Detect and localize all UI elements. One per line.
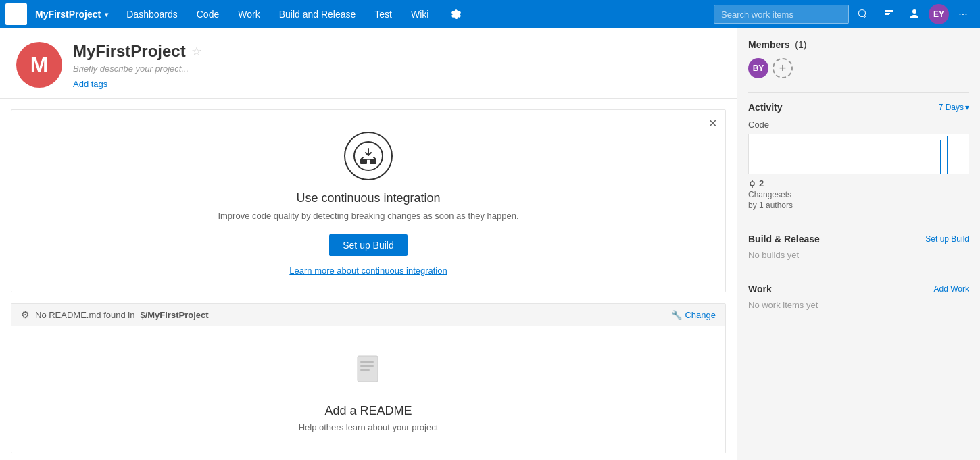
add-tags-link[interactable]: Add tags: [73, 79, 107, 89]
readme-title: Add a README: [324, 404, 412, 418]
section-divider-2: [748, 224, 969, 224]
project-title-row: MyFirstProject ☆: [73, 42, 720, 61]
right-sidebar: Members (1) BY + Activity 7 Days ▾: [737, 28, 980, 460]
commit-icon: [748, 180, 756, 188]
setup-build-button[interactable]: Set up Build: [329, 234, 408, 256]
activity-chart: [748, 134, 969, 174]
activity-stats: 2: [748, 178, 969, 188]
members-section: Members (1) BY +: [748, 39, 969, 78]
activity-period-selector[interactable]: 7 Days ▾: [939, 103, 969, 112]
work-title: Work: [748, 284, 772, 295]
change-repo-link[interactable]: 🔧 Change: [671, 310, 716, 320]
repo-icon: ⚙: [21, 309, 30, 320]
build-release-title: Build & Release: [748, 234, 820, 245]
nav-menu: Dashboards Code Work Build and Release T…: [117, 0, 714, 28]
left-content: M MyFirstProject ☆ Briefly describe your…: [0, 28, 737, 460]
members-row: BY +: [748, 58, 969, 78]
nav-item-build-release[interactable]: Build and Release: [270, 0, 366, 28]
user-avatar[interactable]: EY: [929, 4, 949, 24]
readme-document-icon: [352, 353, 385, 393]
ci-icon: [344, 132, 393, 180]
project-avatar: M: [16, 42, 62, 88]
readme-content: Add a README Help others learn about you…: [11, 326, 725, 453]
no-builds-label: No builds yet: [748, 250, 969, 260]
nav-right-actions: EY ···: [714, 3, 975, 26]
readme-bar-left: ⚙ No README.md found in $/MyFirstProject: [21, 309, 209, 320]
readme-panel: ⚙ No README.md found in $/MyFirstProject…: [11, 303, 726, 453]
favorite-star-icon[interactable]: ☆: [191, 44, 202, 59]
nav-item-wiki[interactable]: Wiki: [401, 0, 438, 28]
activity-code-label: Code: [748, 120, 969, 130]
account-icon[interactable]: [903, 3, 926, 26]
ci-title: Use continuous integration: [296, 191, 440, 205]
repo-name: $/MyFirstProject: [140, 310, 208, 320]
authors-label: by 1 authors: [748, 201, 969, 210]
top-navigation: MyFirstProject ▾ Dashboards Code Work Bu…: [0, 0, 980, 28]
main-layout: M MyFirstProject ☆ Briefly describe your…: [0, 28, 980, 460]
ci-panel: ✕ Use continuous integration Improve cod…: [11, 109, 726, 292]
nav-item-test[interactable]: Test: [365, 0, 401, 28]
work-header: Work Add Work: [748, 284, 969, 295]
build-release-section: Build & Release Set up Build No builds y…: [748, 234, 969, 260]
svg-rect-3: [358, 356, 378, 382]
section-divider-3: [748, 274, 969, 274]
activity-section: Activity 7 Days ▾ Code 2 Chan: [748, 102, 969, 210]
more-options-icon[interactable]: ···: [952, 3, 975, 26]
project-selector-label: MyFirstProject: [35, 9, 101, 20]
nav-item-work[interactable]: Work: [228, 0, 269, 28]
chevron-down-icon: ▾: [105, 11, 108, 18]
close-icon[interactable]: ✕: [708, 117, 717, 130]
members-header: Members (1): [748, 39, 969, 50]
project-header: M MyFirstProject ☆ Briefly describe your…: [0, 28, 737, 99]
project-title: MyFirstProject: [73, 42, 186, 61]
project-info: MyFirstProject ☆ Briefly describe your p…: [73, 42, 720, 90]
learn-more-link[interactable]: Learn more about continuous integration: [289, 265, 447, 276]
project-selector[interactable]: MyFirstProject ▾: [30, 0, 114, 28]
svg-rect-4: [360, 361, 374, 363]
activity-title: Activity: [748, 102, 783, 113]
readme-description: Help others learn about your project: [299, 422, 439, 432]
no-readme-msg: No README.md found in: [35, 310, 134, 320]
app-logo[interactable]: [5, 3, 27, 25]
nav-item-code[interactable]: Code: [187, 0, 228, 28]
svg-rect-5: [360, 365, 374, 367]
ci-description: Improve code quality by detecting breaki…: [218, 211, 518, 221]
search-icon-btn[interactable]: [852, 3, 875, 26]
project-description[interactable]: Briefly describe your project...: [73, 63, 720, 74]
add-work-link[interactable]: Add Work: [934, 284, 969, 294]
settings-icon[interactable]: [444, 0, 468, 28]
setup-build-link[interactable]: Set up Build: [925, 234, 969, 244]
notifications-icon[interactable]: [877, 3, 900, 26]
work-section: Work Add Work No work items yet: [748, 284, 969, 310]
svg-rect-6: [360, 369, 370, 371]
readme-bar: ⚙ No README.md found in $/MyFirstProject…: [11, 304, 725, 326]
nav-divider: [441, 5, 441, 23]
nav-item-dashboards[interactable]: Dashboards: [117, 0, 187, 28]
no-work-label: No work items yet: [748, 300, 969, 310]
svg-point-7: [750, 182, 754, 186]
section-divider-1: [748, 92, 969, 93]
activity-header: Activity 7 Days ▾: [748, 102, 969, 113]
members-label: Members (1): [748, 39, 806, 50]
search-input[interactable]: [714, 5, 849, 24]
chevron-down-icon: ▾: [965, 103, 969, 112]
changeset-label: Changesets: [748, 190, 969, 199]
member-avatar-by[interactable]: BY: [748, 58, 768, 78]
add-member-button[interactable]: +: [773, 58, 793, 78]
changeset-count: 2: [759, 178, 764, 188]
build-release-header: Build & Release Set up Build: [748, 234, 969, 245]
